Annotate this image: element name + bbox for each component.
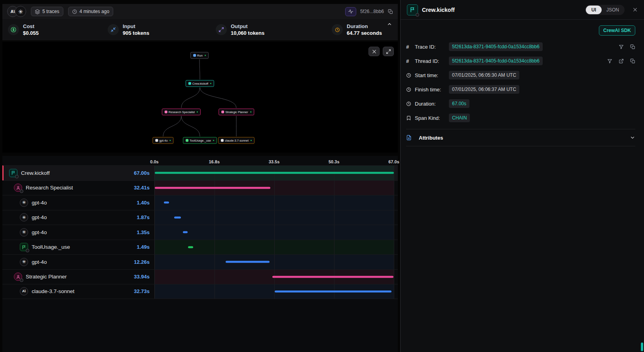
stat-text: Output10,060 tokens xyxy=(231,23,264,36)
span-name: gpt-4o xyxy=(32,229,47,235)
span-name: Strategic Planner xyxy=(26,274,67,280)
timeline-row[interactable]: A\claude-3.7-sonnet32.73s xyxy=(2,284,398,299)
axis-tick: 50.3s xyxy=(329,159,340,164)
graph-node-tool[interactable]: ToolUsage._use xyxy=(183,137,217,144)
clock-icon xyxy=(72,9,77,14)
stat-label: Duration xyxy=(347,23,382,30)
graph-close-button[interactable] xyxy=(369,47,380,56)
gridline xyxy=(394,270,394,284)
timeline-row-label: Research Specialist32.41s xyxy=(2,181,154,195)
timeline-row-track[interactable] xyxy=(154,240,394,255)
copy-icon[interactable] xyxy=(630,59,635,64)
gridline xyxy=(334,240,334,255)
field-label: Finish time: xyxy=(415,87,449,93)
stat-text: Duration64.77 seconds xyxy=(347,23,382,36)
arrows-in-icon xyxy=(108,24,119,35)
span-bar[interactable] xyxy=(164,202,169,204)
timeline-row-track[interactable] xyxy=(154,195,394,210)
timeline-row-track[interactable] xyxy=(154,181,394,195)
clock-icon xyxy=(406,101,415,106)
panel-close-button[interactable] xyxy=(633,7,638,12)
traces-count-badge[interactable]: 5 traces xyxy=(31,7,63,16)
activity-button[interactable] xyxy=(345,7,356,16)
timeline-row-track[interactable] xyxy=(154,284,394,299)
graph-node-strategic[interactable]: Strategic Planner xyxy=(218,109,254,115)
graph-node-gpt[interactable]: gpt-4o xyxy=(152,137,173,144)
timeline-row[interactable]: ✳gpt-4o1.35s xyxy=(2,225,398,240)
stat-text: Cost$0.055 xyxy=(23,23,39,36)
timeline-row-label: A\claude-3.7-sonnet32.73s xyxy=(2,284,154,299)
span-duration: 1.40s xyxy=(137,200,154,206)
timeline-row[interactable]: ✳gpt-4o1.87s xyxy=(2,210,398,225)
span-name: Research Specialist xyxy=(26,185,73,191)
span-bar[interactable] xyxy=(226,261,270,263)
toggle-json[interactable]: JSON xyxy=(602,6,624,14)
field-value[interactable]: 07/01/2025, 06:05:30 AM UTC xyxy=(449,71,519,79)
gridline xyxy=(215,210,215,225)
graph-node-research[interactable]: Research Specialist xyxy=(162,109,201,115)
timeline-row[interactable]: ToolUsage._use1.49s xyxy=(2,240,398,255)
collapse-stats-button[interactable] xyxy=(387,21,392,27)
tool-icon xyxy=(20,243,28,251)
field-value[interactable]: 5f2613da-8371-9405-fcdd-0a1534cc8bb6 xyxy=(449,57,543,65)
scrollbar-thumb[interactable] xyxy=(641,343,643,351)
span-bar[interactable] xyxy=(272,276,393,278)
gridline xyxy=(215,195,215,210)
timeline-row-track[interactable] xyxy=(154,210,394,225)
gridline xyxy=(215,225,215,240)
graph-expand-button[interactable] xyxy=(383,47,394,56)
field-label: Span Kind: xyxy=(415,115,449,121)
gridline xyxy=(394,210,394,225)
node-icon xyxy=(221,111,224,114)
crew-icon xyxy=(407,4,418,15)
integration-badge xyxy=(26,249,29,252)
copy-trace-id-button[interactable] xyxy=(388,9,393,14)
timeline-row-track[interactable] xyxy=(154,166,394,180)
span-bar[interactable] xyxy=(174,216,181,218)
span-duration: 67.00s xyxy=(134,170,154,176)
span-bar[interactable] xyxy=(155,187,270,189)
stats-row: Cost$0.055Input905 tokensOutput10,060 to… xyxy=(2,19,398,40)
field-value[interactable]: 07/01/2025, 06:06:37 AM UTC xyxy=(449,85,519,94)
timeline-row[interactable]: Crew.kickoff67.00s xyxy=(2,165,398,180)
external-link-icon[interactable] xyxy=(619,59,624,64)
span-bar[interactable] xyxy=(188,246,193,248)
timeline-row-track[interactable] xyxy=(154,255,394,269)
span-bar[interactable] xyxy=(155,172,394,174)
graph-node-run[interactable]: Run xyxy=(190,52,209,59)
attributes-section[interactable]: Attributes xyxy=(406,129,635,146)
timeline-row-track[interactable] xyxy=(154,225,394,240)
time-ago-badge[interactable]: 4 minutes ago xyxy=(68,7,113,16)
gridline xyxy=(334,225,334,240)
timeline-row-track[interactable] xyxy=(154,270,394,284)
timeline-row[interactable]: Strategic Planner33.94s xyxy=(2,269,398,284)
graph-node-crew[interactable]: Crew.kickoff xyxy=(186,80,214,87)
detail-field-row: #Thread ID:5f2613da-8371-9405-fcdd-0a153… xyxy=(406,54,635,68)
timeline-row[interactable]: ✳gpt-4o1.40s xyxy=(2,195,398,210)
panel-crew-icon-slot xyxy=(407,4,418,15)
copy-icon[interactable] xyxy=(630,44,635,49)
gridline xyxy=(274,240,275,255)
timeline-row[interactable]: Research Specialist32.41s xyxy=(2,180,398,195)
field-value[interactable]: 5f2613da-8371-9405-fcdd-0a1534cc8bb6 xyxy=(449,42,543,51)
span-bar[interactable] xyxy=(183,231,188,233)
timeline-row[interactable]: ✳gpt-4o12.26s xyxy=(2,254,398,269)
span-bar[interactable] xyxy=(275,290,391,292)
field-value[interactable]: CHAIN xyxy=(449,114,470,122)
stat-value: $0.055 xyxy=(23,30,39,36)
trace-graph[interactable]: RunCrew.kickoffResearch SpecialistStrate… xyxy=(2,42,398,153)
toggle-ui[interactable]: UI xyxy=(586,6,602,14)
anthropic-icon-glyph: A\ xyxy=(20,287,28,295)
stat-value: 905 tokens xyxy=(123,30,149,36)
filter-icon[interactable] xyxy=(607,59,612,64)
filter-icon[interactable] xyxy=(619,44,624,49)
openai-icon: ✳ xyxy=(20,258,28,266)
gridline xyxy=(394,240,394,255)
node-label: gpt-4o xyxy=(159,139,167,142)
panel-body: CrewAI SDK #Trace ID:5f2613da-8371-9405-… xyxy=(401,20,644,146)
graph-node-claude[interactable]: claude-3.7-sonnet xyxy=(218,137,255,144)
topbar-right: 5f26...8bb6 xyxy=(345,7,393,16)
field-value[interactable]: 67.00s xyxy=(449,99,469,108)
dollar-icon xyxy=(8,24,19,35)
stat-label: Output xyxy=(231,23,264,30)
